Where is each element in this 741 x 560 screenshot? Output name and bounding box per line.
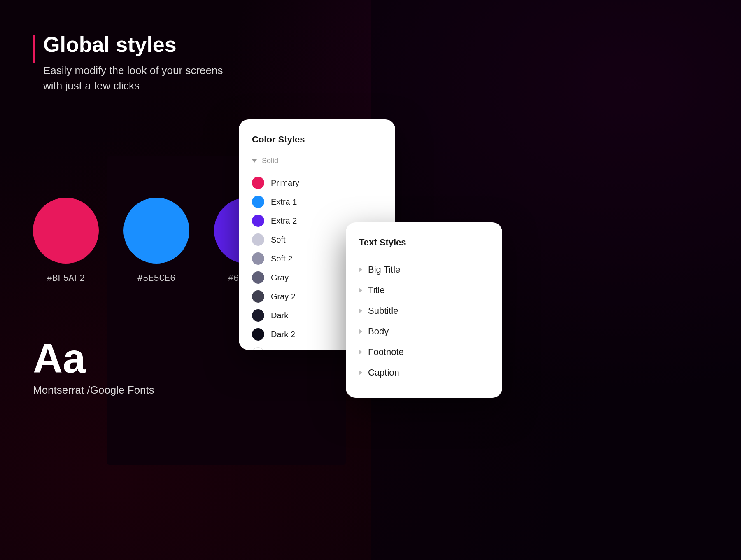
text-style-caption: Caption <box>359 362 489 383</box>
color-name-primary: Primary <box>271 178 299 188</box>
text-style-title: Title <box>359 280 489 301</box>
color-name-extra2: Extra 2 <box>271 216 297 226</box>
color-styles-title: Color Styles <box>252 134 382 145</box>
color-name-dark: Dark <box>271 311 288 320</box>
text-styles-title: Text Styles <box>359 237 489 248</box>
circle-label-pink: #BF5AF2 <box>47 273 85 284</box>
dot-soft2 <box>252 252 264 265</box>
page-subtitle: Easily modify the look of your screens w… <box>43 63 228 93</box>
color-item-extra1: Extra 1 <box>252 192 382 211</box>
page-title: Global styles <box>43 33 228 56</box>
color-name-dark2: Dark 2 <box>271 330 295 339</box>
text-style-name-footnote: Footnote <box>368 347 404 357</box>
type-display: Aa <box>33 338 154 379</box>
text-styles-card: Text Styles Big Title Title Subtitle Bod… <box>346 222 502 398</box>
color-name-gray: Gray <box>271 273 289 282</box>
chevron-down-icon <box>252 159 257 163</box>
color-name-gray2: Gray 2 <box>271 292 296 301</box>
dot-gray2 <box>252 290 264 303</box>
color-name-soft2: Soft 2 <box>271 254 292 264</box>
color-name-white: White <box>271 349 292 350</box>
text-style-name-big-title: Big Title <box>368 264 400 275</box>
dot-soft <box>252 233 264 246</box>
circle-pink <box>33 198 99 264</box>
text-style-name-body: Body <box>368 326 389 337</box>
text-style-name-caption: Caption <box>368 367 399 378</box>
circle-item-pink: #BF5AF2 <box>33 198 99 284</box>
main-content: Global styles Easily modify the look of … <box>0 0 741 93</box>
chevron-right-big-title-icon <box>359 267 362 272</box>
chevron-right-footnote-icon <box>359 350 362 355</box>
solid-label: Solid <box>262 156 278 165</box>
color-name-extra1: Extra 1 <box>271 197 297 207</box>
dot-extra1 <box>252 196 264 208</box>
dot-dark <box>252 309 264 322</box>
solid-section-header: Solid <box>252 156 382 165</box>
color-item-primary: Primary <box>252 173 382 192</box>
text-style-big-title: Big Title <box>359 259 489 280</box>
text-style-name-title: Title <box>368 285 385 296</box>
accent-bar <box>33 35 35 63</box>
header-text: Global styles Easily modify the look of … <box>43 33 228 93</box>
text-style-footnote: Footnote <box>359 342 489 362</box>
typography-section: Aa Montserrat /Google Fonts <box>33 338 154 397</box>
circle-label-blue: #5E5CE6 <box>137 273 175 284</box>
circle-blue <box>124 198 189 264</box>
dot-gray <box>252 271 264 284</box>
text-style-body: Body <box>359 321 489 342</box>
text-style-subtitle: Subtitle <box>359 301 489 321</box>
header-section: Global styles Easily modify the look of … <box>33 33 708 93</box>
chevron-right-subtitle-icon <box>359 308 362 313</box>
type-label: Montserrat /Google Fonts <box>33 384 154 397</box>
dot-extra2 <box>252 215 264 227</box>
chevron-right-body-icon <box>359 329 362 334</box>
text-style-name-subtitle: Subtitle <box>368 306 398 316</box>
chevron-right-caption-icon <box>359 370 362 375</box>
dot-white <box>252 347 264 350</box>
color-name-soft: Soft <box>271 235 286 245</box>
dot-primary <box>252 177 264 189</box>
dot-dark2 <box>252 328 264 341</box>
chevron-right-title-icon <box>359 288 362 293</box>
circle-item-blue: #5E5CE6 <box>124 198 189 284</box>
